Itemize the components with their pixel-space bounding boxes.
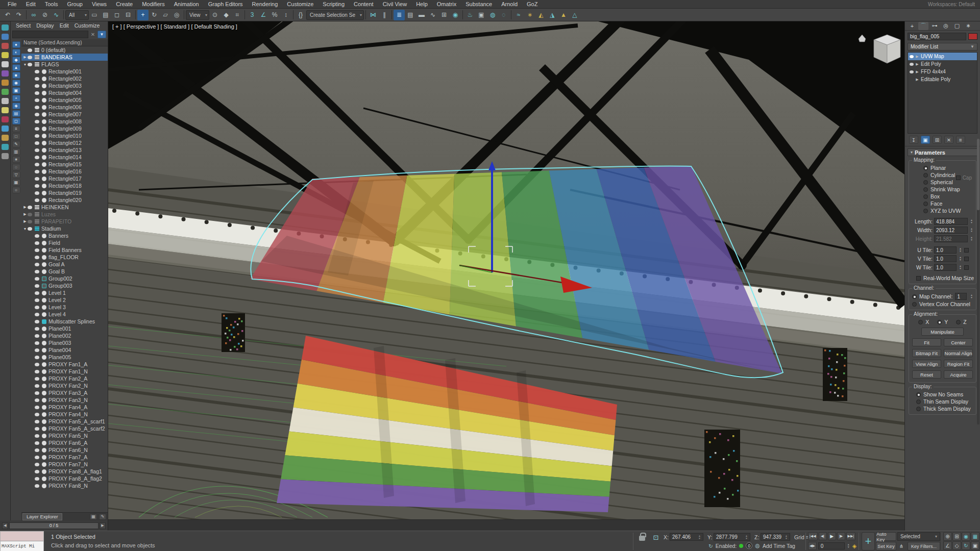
visibility-eye-icon[interactable]	[35, 348, 39, 352]
listener-white-pane[interactable]: MAXScript Mi	[1, 541, 43, 551]
select-and-rotate-icon[interactable]: ↻	[149, 10, 160, 20]
menu-item[interactable]: File	[3, 1, 21, 7]
visibility-eye-icon[interactable]	[35, 470, 39, 473]
menu-item[interactable]: Scripting	[318, 1, 349, 7]
layer-explorer-tab[interactable]: Layer Explorer	[22, 513, 62, 520]
explorer-menu-item[interactable]: Display	[36, 22, 54, 29]
material-editor-icon[interactable]: ◉	[450, 10, 461, 20]
visibility-eye-icon[interactable]	[35, 298, 39, 302]
menu-item[interactable]: Views	[87, 1, 111, 7]
modifier-stack-item[interactable]: ▶ Editable Poly	[908, 76, 977, 83]
show-end-result-icon[interactable]: ▣	[921, 136, 930, 144]
menu-item[interactable]: Tools	[40, 1, 63, 7]
number-input[interactable]: 21.582	[934, 235, 968, 242]
scene-item[interactable]: Level 2	[21, 296, 108, 304]
zoom-icon[interactable]: ⊕	[943, 532, 952, 541]
seam-display-option[interactable]: Thin Seam Display	[916, 398, 974, 405]
select-and-scale-icon[interactable]: ▱	[160, 10, 171, 20]
scene-item[interactable]: Rectangle001	[21, 68, 108, 75]
explorer-edit-button[interactable]: ✎	[12, 141, 20, 147]
visibility-eye-icon[interactable]	[35, 320, 39, 323]
real-world-checkbox[interactable]	[916, 276, 921, 281]
menu-item[interactable]: Edit	[21, 1, 40, 7]
shapes-filter-icon[interactable]	[2, 34, 9, 40]
scene-item[interactable]: Rectangle020	[21, 196, 108, 204]
alignment-button[interactable]: Reset	[912, 370, 941, 379]
scene-item[interactable]: Plane004	[21, 346, 108, 354]
menu-item[interactable]: Substance	[461, 1, 497, 7]
scene-item[interactable]: Stadium	[21, 225, 108, 232]
lights-sun-icon[interactable]	[2, 107, 9, 113]
visibility-eye-icon[interactable]	[35, 234, 39, 238]
visibility-eye-icon[interactable]	[35, 70, 39, 73]
radio-icon[interactable]	[916, 399, 921, 404]
toolbar-separator[interactable]	[391, 10, 392, 19]
select-and-link-icon[interactable]: ∞	[28, 10, 39, 20]
toolbar-separator[interactable]	[26, 10, 27, 19]
viewport-3d-scene[interactable]	[108, 21, 904, 519]
visibility-eye-icon[interactable]	[35, 463, 39, 466]
reference-coordinate-dropdown[interactable]: View	[186, 10, 209, 20]
alignment-button[interactable]: Center	[944, 338, 973, 346]
scene-item[interactable]: Banners	[21, 232, 108, 239]
scene-item[interactable]: PROXY Fan5_A_scarf2	[21, 425, 108, 432]
visibility-eye-icon[interactable]	[35, 398, 39, 402]
mapping-option[interactable]: XYZ to UVW	[923, 208, 974, 214]
alignment-button[interactable]: Normal Align	[944, 349, 973, 357]
explorer-menu-item[interactable]: Edit	[60, 22, 69, 29]
modifier-eye-icon[interactable]	[910, 63, 914, 66]
expander-icon[interactable]	[22, 219, 28, 223]
visibility-eye-icon[interactable]	[35, 148, 39, 152]
add-time-tag[interactable]: Add Time Tag	[763, 543, 795, 549]
scene-item[interactable]: Rectangle007	[21, 111, 108, 118]
visibility-eye-icon[interactable]	[28, 56, 32, 59]
scene-item[interactable]: Plane002	[21, 332, 108, 339]
zoom-all-icon[interactable]: ⊞	[952, 532, 961, 541]
visibility-eye-icon[interactable]	[35, 127, 39, 131]
visibility-eye-icon[interactable]	[35, 370, 39, 373]
mapping-option[interactable]: Box	[923, 193, 974, 199]
explorer-helpers-button[interactable]: ▣	[12, 87, 20, 94]
set-key-button[interactable]: Set Key	[876, 542, 896, 550]
visibility-eye-icon[interactable]	[35, 341, 39, 345]
scene-item[interactable]: PROXY Fan7_A	[21, 454, 108, 461]
scene-item[interactable]: Goal B	[21, 268, 108, 275]
radio-icon[interactable]	[923, 173, 928, 178]
explorer-grid-toggle-icon[interactable]: ▦	[90, 514, 97, 520]
next-frame-button[interactable]: |▶	[837, 532, 845, 540]
number-input[interactable]: 1.0	[934, 255, 957, 262]
menu-item[interactable]: Rendering	[248, 1, 283, 7]
visibility-eye-icon[interactable]	[35, 413, 39, 416]
scene-item[interactable]: Plane001	[21, 325, 108, 332]
visibility-eye-icon[interactable]	[35, 98, 39, 102]
scene-item[interactable]: PROXY Fan4_A	[21, 404, 108, 411]
pose-to-pose-icon[interactable]: ⋔	[897, 542, 905, 550]
visibility-eye-icon[interactable]	[35, 256, 39, 259]
scene-item[interactable]: PROXY Fan5_A_scarf1	[21, 418, 108, 425]
vegetation-icon[interactable]: △	[569, 10, 580, 20]
toggle-layer-explorer-icon[interactable]: ▤	[405, 10, 416, 20]
scene-item[interactable]: PROXY Fan3_N	[21, 396, 108, 404]
make-unique-icon[interactable]: ⊞	[933, 136, 942, 144]
explorer-cameras-button[interactable]: ◉	[12, 80, 20, 86]
explorer-grid-button[interactable]: ▦	[12, 179, 20, 186]
real-world-option[interactable]: Real-World Map Size	[916, 275, 974, 281]
scene-item[interactable]: Rectangle009	[21, 125, 108, 132]
rectangular-selection-region-icon[interactable]: ◻	[111, 10, 122, 20]
configure-modifier-sets-icon[interactable]: ≡	[956, 136, 965, 144]
scene-item[interactable]: Multiscatter Splines	[21, 318, 108, 325]
explorer-rows-button[interactable]: ▥	[12, 148, 20, 155]
filter-icon[interactable]: ▼	[97, 31, 106, 38]
modifier-expander-icon[interactable]: ▶	[915, 70, 919, 74]
visibility-eye-icon[interactable]	[35, 270, 39, 273]
visibility-eye-icon[interactable]	[35, 406, 39, 409]
modifier-eye-icon[interactable]	[910, 70, 914, 73]
hair-fx-icon[interactable]: ◭	[535, 10, 547, 20]
mirror-icon[interactable]: ⋈	[368, 10, 379, 20]
alignment-button[interactable]: View Align	[912, 360, 941, 368]
spinner-icon[interactable]: ▲▼	[846, 542, 851, 549]
fluids-icon[interactable]: ≈	[513, 10, 524, 20]
axis-option[interactable]: Z	[956, 319, 966, 325]
listener-pink-pane[interactable]	[1, 532, 43, 541]
angle-snap-icon[interactable]: ∠	[258, 10, 269, 20]
